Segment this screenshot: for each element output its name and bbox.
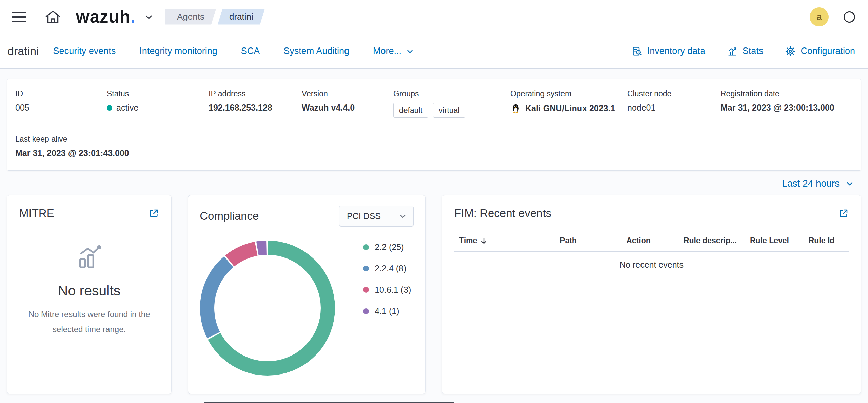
top-header: wazuh. Agents dratini a (0, 0, 868, 34)
legend-item[interactable]: 2.2.4 (8) (363, 264, 411, 273)
column-header-time[interactable]: Time (454, 236, 535, 245)
inventory-data-label: Inventory data (647, 46, 705, 56)
legend-dot (363, 266, 369, 271)
fim-table-header: Time Path Action Rule descrip... Rule Le… (454, 232, 849, 252)
group-badge-virtual[interactable]: virtual (433, 103, 465, 118)
field-registration-label: Registration date (721, 89, 853, 98)
column-header-rule-level[interactable]: Rule Level (745, 236, 794, 245)
field-ip: IP address 192.168.253.128 (209, 89, 302, 118)
dashboard-cards: MITRE No results No Mitre results were f… (7, 195, 861, 394)
mitre-empty-title: No results (58, 283, 121, 299)
agent-info-panel: ID 005 Status active IP address 192.168.… (7, 79, 861, 171)
window-bottom-edge (204, 402, 454, 403)
logo-dot: . (131, 7, 136, 27)
status-text: active (116, 103, 138, 113)
fim-events-table: Time Path Action Rule descrip... Rule Le… (454, 232, 849, 279)
linux-penguin-icon (510, 103, 521, 114)
field-registration-value: Mar 31, 2023 @ 23:00:13.000 (721, 103, 853, 113)
stats-label: Stats (743, 46, 764, 56)
agent-nav: dratini Security events Integrity monito… (0, 34, 868, 69)
field-os: Operating system Kali GNU/Li (510, 89, 627, 118)
legend-dot (363, 244, 369, 250)
legend-label: 10.6.1 (3) (375, 285, 411, 295)
field-version: Version Wazuh v4.4.0 (302, 89, 393, 118)
group-badge-default[interactable]: default (393, 103, 428, 118)
tab-sca[interactable]: SCA (241, 46, 260, 56)
menu-icon[interactable] (12, 12, 26, 22)
stats-button[interactable]: Stats (727, 46, 764, 57)
field-status: Status active (107, 89, 209, 118)
status-dot (107, 105, 112, 111)
compliance-legend: 2.2 (25) 2.2.4 (8) 10.6.1 (3) 4.1 (1) (363, 242, 411, 316)
legend-item[interactable]: 2.2 (25) (363, 242, 411, 252)
breadcrumb-agents[interactable]: Agents (165, 9, 216, 25)
header-right: a (810, 7, 855, 26)
legend-item[interactable]: 4.1 (1) (363, 306, 411, 316)
page-title: dratini (7, 44, 39, 58)
column-header-action[interactable]: Action (601, 236, 676, 245)
chevron-down-icon (406, 47, 414, 56)
compliance-card-header: Compliance PCI DSS (200, 206, 414, 227)
home-button[interactable] (44, 8, 62, 26)
legend-item[interactable]: 10.6.1 (3) (363, 285, 411, 295)
external-link-icon (149, 208, 159, 218)
mitre-title: MITRE (19, 207, 54, 220)
mitre-empty-message: No Mitre results were found in the selec… (26, 307, 152, 337)
field-registration: Registration date Mar 31, 2023 @ 23:00:1… (721, 89, 853, 118)
column-header-rule-description[interactable]: Rule descrip... (676, 236, 745, 245)
fim-empty-message: No recent events (454, 252, 849, 279)
column-header-path[interactable]: Path (535, 236, 601, 245)
tab-system-auditing[interactable]: System Auditing (283, 46, 349, 56)
legend-label: 2.2 (25) (375, 242, 404, 252)
field-keepalive-value: Mar 31, 2023 @ 23:01:43.000 (15, 148, 853, 158)
mitre-empty-state: No results No Mitre results were found i… (19, 242, 159, 337)
configuration-button[interactable]: Configuration (785, 46, 855, 57)
fim-open-button[interactable] (839, 208, 849, 218)
tab-integrity-monitoring[interactable]: Integrity monitoring (139, 46, 217, 56)
fim-card: FIM: Recent events Time Path Action (442, 195, 861, 394)
legend-dot (363, 308, 369, 314)
chevron-down-icon (144, 12, 154, 22)
circle-outline-icon[interactable] (844, 11, 855, 23)
compliance-requirement-select[interactable]: PCI DSS (339, 206, 414, 227)
chevron-down-icon (398, 212, 407, 220)
logo-text: wazuh (76, 7, 131, 27)
breadcrumb-agent-name[interactable]: dratini (218, 9, 265, 25)
compliance-card: Compliance PCI DSS 2.2 (25) 2.2.4 (8) 10… (188, 195, 426, 394)
field-keepalive: Last keep alive Mar 31, 2023 @ 23:01:43.… (15, 135, 853, 158)
gear-icon (785, 46, 796, 57)
field-os-text: Kali GNU/Linux 2023.1 (525, 103, 615, 113)
inventory-data-button[interactable]: Inventory data (632, 46, 705, 57)
field-version-value: Wazuh v4.4.0 (302, 103, 393, 113)
mitre-open-button[interactable] (149, 208, 159, 218)
column-header-rule-id[interactable]: Rule Id (794, 236, 849, 245)
fim-card-header: FIM: Recent events (454, 207, 849, 220)
mitre-card: MITRE No results No Mitre results were f… (7, 195, 172, 394)
fim-title: FIM: Recent events (454, 207, 551, 220)
agent-nav-actions: Inventory data Stats (632, 46, 855, 57)
inventory-icon (632, 46, 643, 57)
tab-security-events[interactable]: Security events (53, 46, 116, 56)
app-switcher-button[interactable] (144, 12, 154, 22)
mitre-card-header: MITRE (19, 207, 159, 220)
home-icon (44, 8, 62, 26)
tab-more[interactable]: More... (373, 46, 414, 56)
compliance-donut-chart[interactable] (200, 240, 335, 376)
field-cluster: Cluster node node01 (627, 89, 721, 118)
compliance-requirement-value: PCI DSS (347, 211, 381, 221)
configuration-label: Configuration (801, 46, 855, 56)
field-ip-value: 192.168.253.128 (209, 103, 302, 113)
field-id-value: 005 (15, 103, 107, 113)
field-groups-label: Groups (393, 89, 510, 98)
wazuh-logo[interactable]: wazuh. (76, 7, 136, 27)
field-groups-value: default virtual (393, 103, 510, 118)
legend-dot (363, 287, 369, 293)
chart-icon (75, 242, 104, 271)
time-range-label: Last 24 hours (782, 178, 840, 189)
sort-desc-icon (480, 237, 488, 245)
tab-more-label: More... (373, 46, 401, 56)
time-range-picker[interactable]: Last 24 hours (782, 178, 854, 189)
field-status-label: Status (107, 89, 209, 98)
field-keepalive-label: Last keep alive (15, 135, 853, 144)
avatar[interactable]: a (810, 7, 829, 26)
